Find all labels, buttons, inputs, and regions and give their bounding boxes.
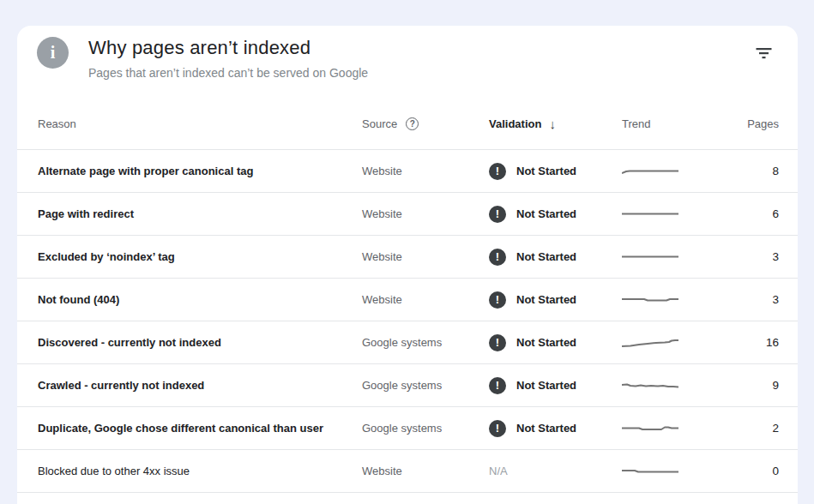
validation-cell: ! Not Started (489, 420, 622, 437)
reason-cell: Page with redirect (38, 207, 362, 220)
table-row[interactable]: Page with redirect Website ! Not Started… (17, 193, 798, 236)
source-cell: Website (362, 165, 489, 177)
pages-count: 16 (710, 336, 779, 349)
reason-cell: Discovered - currently not indexed (38, 336, 362, 349)
info-icon: i (37, 37, 69, 69)
pages-count: 3 (710, 250, 779, 263)
source-cell: Google systems (362, 379, 489, 392)
table-row[interactable]: Duplicate, Google chose different canoni… (17, 407, 798, 450)
validation-cell: ! Not Started (489, 377, 622, 394)
trend-cell (622, 251, 710, 263)
validation-cell: ! Not Started (489, 291, 622, 309)
validation-status: Not Started (516, 207, 576, 220)
sort-descending-icon: ↓ (549, 117, 556, 131)
trend-sparkline-icon (622, 251, 678, 263)
validation-status: N/A (489, 465, 508, 477)
source-cell: Website (362, 250, 489, 263)
table-row[interactable]: Alternate page with proper canonical tag… (17, 150, 798, 193)
validation-cell: ! Not Started (489, 334, 622, 351)
page-subtitle: Pages that aren’t indexed can’t be serve… (88, 66, 368, 80)
source-cell: Google systems (362, 422, 489, 435)
not-started-icon: ! (489, 334, 506, 351)
validation-cell: N/A (489, 465, 622, 477)
validation-status: Not Started (516, 379, 576, 392)
reason-cell: Excluded by ‘noindex’ tag (38, 250, 362, 263)
trend-cell (622, 465, 710, 477)
trend-cell (622, 337, 710, 349)
validation-header-label: Validation (489, 117, 541, 130)
trend-cell (622, 208, 710, 220)
validation-cell: ! Not Started (489, 163, 622, 180)
trend-sparkline-icon (622, 423, 678, 435)
pages-count: 0 (710, 465, 779, 477)
column-header-reason[interactable]: Reason (38, 117, 362, 130)
validation-cell: ! Not Started (489, 206, 622, 223)
trend-sparkline-icon (622, 337, 678, 349)
column-header-trend: Trend (622, 117, 710, 130)
source-cell: Website (362, 293, 489, 306)
source-cell: Website (362, 207, 489, 220)
table-row[interactable]: Discovered - currently not indexed Googl… (17, 321, 798, 364)
validation-cell: ! Not Started (489, 249, 622, 266)
trend-sparkline-icon (622, 380, 678, 392)
table-row[interactable]: Blocked due to other 4xx issue Website N… (17, 450, 798, 493)
trend-cell (622, 165, 710, 177)
not-started-icon: ! (489, 163, 506, 180)
trend-sparkline-icon (622, 294, 678, 306)
page-title: Why pages aren’t indexed (88, 37, 311, 59)
not-started-icon: ! (489, 249, 506, 266)
table-row[interactable]: Excluded by ‘noindex’ tag Website ! Not … (17, 236, 798, 279)
trend-sparkline-icon (622, 208, 678, 220)
trend-sparkline-icon (622, 165, 678, 177)
column-header-source[interactable]: Source ? (362, 117, 489, 130)
source-cell: Website (362, 465, 489, 477)
not-started-icon: ! (489, 206, 506, 223)
source-cell: Google systems (362, 336, 489, 349)
table-body: Alternate page with proper canonical tag… (17, 150, 798, 493)
reason-cell: Blocked due to other 4xx issue (38, 465, 362, 477)
not-started-icon: ! (489, 291, 506, 309)
pages-count: 6 (710, 207, 779, 220)
table-row[interactable]: Crawled - currently not indexed Google s… (17, 364, 798, 407)
validation-status: Not Started (516, 250, 576, 263)
filter-button[interactable] (751, 40, 776, 66)
reason-cell: Not found (404) (38, 293, 362, 306)
pages-count: 3 (710, 293, 779, 306)
table-header-row: Reason Source ? Validation ↓ Trend Pages (17, 99, 798, 150)
pages-count: 9 (710, 379, 779, 392)
trend-sparkline-icon (622, 465, 678, 477)
column-header-validation[interactable]: Validation ↓ (489, 117, 622, 131)
table-row[interactable]: Not found (404) Website ! Not Started 3 (17, 279, 798, 321)
page-background: { "header": { "title": "Why pages aren’t… (0, 0, 814, 504)
trend-cell (622, 380, 710, 392)
filter-funnel-icon (756, 48, 772, 59)
validation-status: Not Started (516, 293, 576, 306)
validation-status: Not Started (516, 422, 576, 435)
pages-count: 8 (710, 165, 779, 177)
reason-cell: Alternate page with proper canonical tag (38, 165, 362, 177)
reason-cell: Duplicate, Google chose different canoni… (38, 422, 362, 435)
validation-status: Not Started (516, 336, 576, 349)
not-started-icon: ! (489, 420, 506, 437)
card-header: i Why pages aren’t indexed Pages that ar… (17, 26, 798, 99)
not-started-icon: ! (489, 377, 506, 394)
trend-cell (622, 294, 710, 306)
trend-cell (622, 423, 710, 435)
column-header-pages[interactable]: Pages (710, 117, 779, 130)
source-header-label: Source (362, 117, 397, 130)
reason-cell: Crawled - currently not indexed (38, 379, 362, 392)
why-pages-arent-indexed-card: i Why pages aren’t indexed Pages that ar… (17, 26, 798, 504)
validation-status: Not Started (516, 165, 576, 177)
source-help-icon[interactable]: ? (406, 117, 419, 130)
pages-count: 2 (710, 422, 779, 435)
